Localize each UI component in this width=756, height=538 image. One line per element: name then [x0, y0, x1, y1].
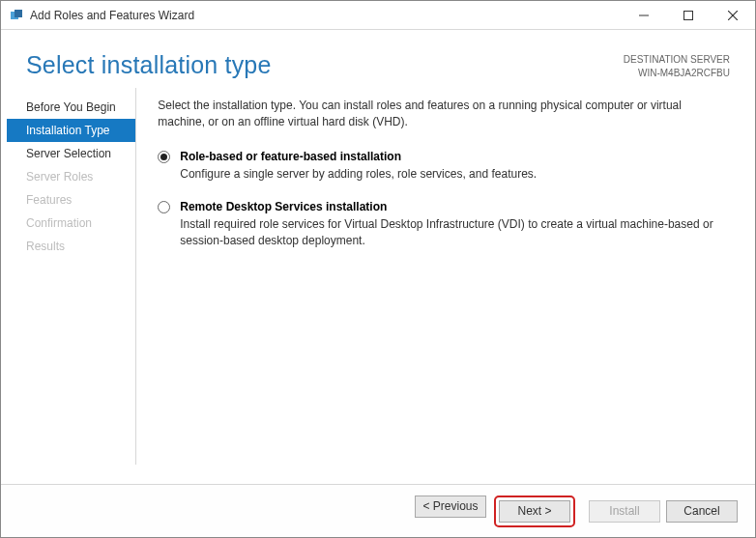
option-role-based[interactable]: Role-based or feature-based installation… — [158, 149, 730, 184]
radio-role-based[interactable] — [158, 151, 170, 163]
step-before-you-begin[interactable]: Before You Begin — [7, 96, 135, 119]
step-server-selection[interactable]: Server Selection — [7, 142, 135, 165]
intro-text: Select the installation type. You can in… — [158, 98, 730, 131]
svg-rect-3 — [684, 11, 693, 19]
destination-server: DESTINATION SERVER WIN-M4BJA2RCFBU — [624, 53, 730, 80]
radio-rds[interactable] — [158, 201, 170, 213]
app-icon — [9, 8, 24, 23]
maximize-button[interactable] — [666, 1, 711, 30]
previous-button[interactable]: < Previous — [415, 496, 486, 518]
option-role-based-desc: Configure a single server by adding role… — [180, 166, 730, 183]
wizard-window: Add Roles and Features Wizard Select ins… — [0, 0, 756, 538]
next-button[interactable]: Next > — [499, 500, 570, 523]
cancel-button[interactable]: Cancel — [666, 500, 738, 523]
next-button-highlight: Next > — [494, 496, 575, 527]
step-server-roles: Server Roles — [7, 165, 135, 188]
step-installation-type[interactable]: Installation Type — [7, 119, 135, 142]
body: Before You Begin Installation Type Serve… — [1, 88, 755, 484]
header: Select installation type DESTINATION SER… — [1, 30, 755, 88]
wizard-steps-sidebar: Before You Begin Installation Type Serve… — [7, 88, 136, 465]
footer: < Previous Next > Install Cancel — [1, 484, 755, 537]
content-pane: Select the installation type. You can in… — [136, 88, 755, 484]
install-button: Install — [589, 500, 660, 523]
page-title: Select installation type — [26, 51, 272, 79]
prev-next-group: < Previous Next > — [415, 496, 583, 527]
option-rds-title: Remote Desktop Services installation — [180, 199, 730, 215]
destination-label: DESTINATION SERVER — [624, 53, 730, 67]
destination-name: WIN-M4BJA2RCFBU — [624, 67, 730, 80]
step-features: Features — [7, 188, 135, 212]
window-title: Add Roles and Features Wizard — [30, 9, 194, 22]
step-results: Results — [7, 235, 135, 258]
option-rds[interactable]: Remote Desktop Services installation Ins… — [158, 199, 730, 250]
minimize-button[interactable] — [622, 1, 666, 30]
step-confirmation: Confirmation — [7, 212, 135, 235]
svg-rect-1 — [15, 10, 22, 17]
titlebar: Add Roles and Features Wizard — [1, 1, 755, 30]
option-rds-desc: Install required role services for Virtu… — [180, 216, 730, 250]
close-button[interactable] — [711, 1, 755, 30]
option-role-based-title: Role-based or feature-based installation — [180, 149, 730, 165]
